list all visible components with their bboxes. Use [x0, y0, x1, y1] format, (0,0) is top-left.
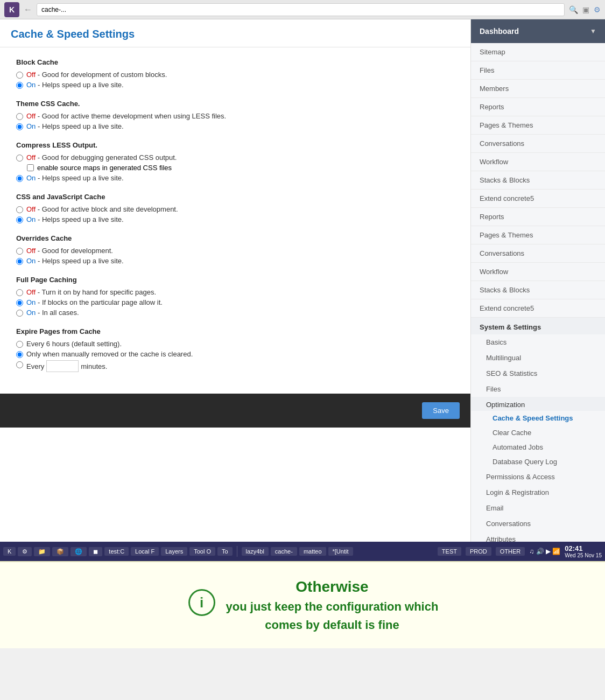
theme-css-on-radio[interactable] [16, 123, 23, 130]
sidebar-item-multilingual[interactable]: Multilingual [471, 350, 605, 366]
overrides-cache-section: Overrides Cache Off - Good for developme… [16, 234, 454, 265]
info-line3: comes by default is fine [226, 618, 439, 632]
info-banner: i Otherwise you just keep the configurat… [0, 561, 605, 648]
sidebar-item-automated-jobs[interactable]: Automated Jobs [471, 440, 605, 454]
css-js-off-radio[interactable] [16, 206, 23, 213]
taskbar-item-other-badge[interactable]: OTHER [496, 547, 525, 556]
sidebar-item-login-reg[interactable]: Login & Registration [471, 485, 605, 500]
expire-pages-title: Expire Pages from Cache [16, 327, 454, 335]
taskbar-right: TEST PROD OTHER ♫ 🔊 ▶ 📶 02:41 Wed 25 Nov… [438, 544, 602, 558]
taskbar-item-globe[interactable]: 🌐 [71, 547, 87, 556]
source-maps-checkbox[interactable] [27, 164, 34, 171]
expire-minutes-option: Every minutes. [16, 360, 454, 372]
block-cache-title: Block Cache [16, 58, 454, 66]
sidebar-item-extend2[interactable]: Extend concrete5 [471, 299, 605, 318]
css-js-on-option: On - Helps speed up a live site. [16, 215, 454, 223]
taskbar-item-tool-o[interactable]: Tool O [189, 547, 215, 556]
overrides-on-radio[interactable] [16, 258, 23, 265]
sidebar-item-workflow[interactable]: Workflow [471, 153, 605, 171]
taskbar-item-fm[interactable]: 📦 [52, 547, 68, 556]
block-cache-off-radio[interactable] [16, 72, 23, 79]
settings-icon[interactable]: ⚙ [594, 5, 601, 14]
expire-pages-section: Expire Pages from Cache Every 6 hours (d… [16, 327, 454, 372]
taskbar-item-test[interactable]: test:C [104, 547, 129, 556]
taskbar-item-matteo[interactable]: matteo [299, 547, 326, 556]
sidebar-item-stacks-blocks[interactable]: Stacks & Blocks [471, 171, 605, 190]
compress-less-off-radio[interactable] [16, 155, 23, 162]
url-bar[interactable] [37, 3, 565, 16]
compress-less-on-radio[interactable] [16, 175, 23, 182]
expire-minutes-radio[interactable] [16, 361, 23, 368]
taskbar-item-test-badge[interactable]: TEST [438, 547, 461, 556]
sidebar-item-email[interactable]: Email [471, 500, 605, 516]
search-icon[interactable]: 🔍 [569, 5, 578, 14]
taskbar-item-untit[interactable]: *[Untit [328, 547, 353, 556]
css-js-on-radio[interactable] [16, 216, 23, 223]
full-page-off-radio[interactable] [16, 289, 23, 296]
sidebar-item-sitemap[interactable]: Sitemap [471, 43, 605, 61]
minutes-input[interactable] [46, 360, 79, 372]
sidebar-nav: Sitemap Files Members Reports Pages & Th… [471, 43, 605, 318]
theme-css-off-radio[interactable] [16, 113, 23, 120]
sidebar-item-files[interactable]: Files [471, 61, 605, 80]
sidebar-item-pages-themes2[interactable]: Pages & Themes [471, 226, 605, 244]
sidebar-item-basics[interactable]: Basics [471, 334, 605, 350]
css-js-title: CSS and JavaScript Cache [16, 193, 454, 201]
save-button[interactable]: Save [422, 402, 460, 419]
overrides-title: Overrides Cache [16, 234, 454, 242]
sidebar-item-seo[interactable]: SEO & Statistics [471, 366, 605, 381]
expire-6h-radio[interactable] [16, 341, 23, 348]
taskbar-item-to[interactable]: To [217, 547, 233, 556]
sidebar-item-conversations[interactable]: Conversations [471, 135, 605, 153]
system-settings-list: Basics Multilingual SEO & Statistics Fil… [471, 334, 605, 411]
full-page-on2-option: On - In all cases. [16, 309, 454, 317]
sidebar-item-conversations2[interactable]: Conversations [471, 244, 605, 263]
sidebar-item-clear-cache[interactable]: Clear Cache [471, 425, 605, 440]
source-maps-option: enable source maps in generated CSS file… [27, 164, 454, 172]
sidebar-item-conversations3[interactable]: Conversations [471, 516, 605, 531]
sidebar-item-attributes[interactable]: Attributes [471, 531, 605, 542]
sidebar-item-cache-speed[interactable]: Cache & Speed Settings [471, 411, 605, 425]
sidebar-item-extend[interactable]: Extend concrete5 [471, 190, 605, 208]
taskbar-item-files[interactable]: 📁 [34, 547, 50, 556]
taskbar-item-tools[interactable]: ⚙ [18, 547, 32, 556]
css-js-off-option: Off - Good for active block and site dev… [16, 205, 454, 213]
info-text: Otherwise you just keep the configuratio… [226, 578, 439, 632]
sidebar-header: Dashboard ▼ [471, 19, 605, 43]
taskbar-item-kde[interactable]: K [3, 547, 16, 556]
sidebar-item-permissions[interactable]: Permissions & Access [471, 469, 605, 485]
block-cache-on-radio[interactable] [16, 82, 23, 89]
taskbar-item-local[interactable]: Local F [131, 547, 159, 556]
sidebar-item-workflow2[interactable]: Workflow [471, 263, 605, 281]
sidebar-item-files2[interactable]: Files [471, 381, 605, 397]
taskbar-item-lazy[interactable]: lazy4bl [242, 547, 269, 556]
taskbar-item-cache[interactable]: cache- [271, 547, 297, 556]
taskbar-date: Wed 25 Nov 15 [565, 552, 602, 558]
bottom-bar: Save [0, 394, 470, 428]
taskbar-item-prod-badge[interactable]: PROD [466, 547, 491, 556]
dashboard-dropdown-icon[interactable]: ▼ [590, 27, 596, 35]
taskbar-item-misc[interactable]: ◼ [89, 547, 102, 556]
sidebar-item-reports2[interactable]: Reports [471, 208, 605, 226]
compress-less-title: Compress LESS Output. [16, 141, 454, 149]
sidebar: Dashboard ▼ Sitemap Files Members Report… [470, 19, 605, 542]
sidebar-item-reports[interactable]: Reports [471, 98, 605, 116]
sidebar-item-pages-themes[interactable]: Pages & Themes [471, 116, 605, 135]
compress-less-on-option: On - Helps speed up a live site. [16, 174, 454, 182]
browser-logo: K [4, 2, 19, 17]
tab-duplicate-icon[interactable]: ▣ [582, 5, 589, 14]
sidebar-item-db-query-log[interactable]: Database Query Log [471, 454, 605, 469]
full-page-on1-radio[interactable] [16, 299, 23, 306]
sidebar-item-members[interactable]: Members [471, 80, 605, 98]
back-button[interactable]: ← [24, 5, 32, 15]
sidebar-item-stacks-blocks2[interactable]: Stacks & Blocks [471, 281, 605, 299]
content-header: Cache & Speed Settings [0, 19, 470, 47]
dashboard-label: Dashboard [480, 27, 519, 36]
system-settings-header: System & Settings [471, 318, 605, 334]
info-line2: you just keep the configuration which [226, 600, 439, 614]
full-page-on2-radio[interactable] [16, 310, 23, 317]
overrides-off-radio[interactable] [16, 248, 23, 255]
expire-manual-radio[interactable] [16, 351, 23, 358]
expire-manual-option: Only when manually removed or the cache … [16, 350, 454, 358]
taskbar-item-layers[interactable]: Layers [161, 547, 187, 556]
